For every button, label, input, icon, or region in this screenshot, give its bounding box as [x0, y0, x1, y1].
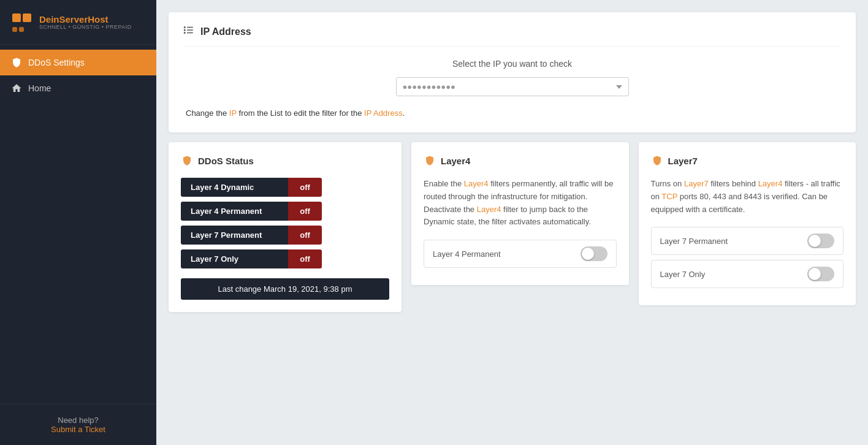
note-text-end: . — [403, 108, 405, 118]
svg-point-5 — [185, 32, 186, 34]
layer7-section-header: Layer7 — [651, 154, 844, 167]
logo-icon — [10, 11, 33, 34]
status-label-3: Layer 7 Only — [181, 249, 288, 268]
status-row-3: Layer 7 Only off — [181, 249, 389, 268]
layer7-only-toggle[interactable] — [807, 267, 834, 281]
sidebar-item-ddos-label: DDoS Settings — [28, 58, 85, 67]
sidebar-nav: DDoS Settings Home — [0, 45, 156, 404]
status-badge-1: off — [288, 202, 322, 221]
layer4-card: Layer4 Enable the Layer4 filters permane… — [411, 142, 629, 285]
logo-text: DeinServerHost SCHNELL • GÜNSTIG • PREPA… — [39, 15, 132, 31]
ip-card-header: IP Address — [183, 25, 841, 47]
layer7-desc-hl1: Layer7 — [684, 179, 709, 188]
status-row-1: Layer 4 Permanent off — [181, 202, 389, 221]
status-label-1: Layer 4 Permanent — [181, 202, 288, 221]
logo-subtitle: SCHNELL • GÜNSTIG • PREPAID — [39, 25, 132, 31]
layer7-only-label: Layer 7 Only — [660, 270, 706, 279]
layer4-permanent-toggle[interactable] — [581, 246, 607, 261]
layer4-section-title: Layer4 — [441, 156, 470, 166]
sidebar-footer: Need help? Submit a Ticket — [0, 404, 156, 445]
logo-name: DeinServerHost — [39, 15, 132, 25]
logo-square-3 — [12, 27, 17, 32]
layer7-description: Turns on Layer7 filters behind Layer4 fi… — [651, 178, 844, 216]
layer7-desc-hl3: TCP — [661, 192, 677, 201]
help-text: Need help? — [10, 416, 147, 425]
shield-icon — [11, 57, 22, 68]
note-hl-ip2: IP Address — [364, 108, 403, 118]
layer4-section-header: Layer4 — [424, 154, 617, 167]
submit-ticket-link[interactable]: Submit a Ticket — [51, 425, 105, 434]
ddos-status-card: DDoS Status Layer 4 Dynamic off Layer 4 … — [169, 142, 402, 312]
layer7-shield-icon — [651, 154, 663, 167]
status-shield-icon — [181, 154, 193, 167]
status-label-2: Layer 7 Permanent — [181, 226, 288, 245]
layer4-desc-hl2: Layer4 — [477, 205, 501, 214]
logo-name-part2: ServerHost — [59, 14, 108, 25]
logo-square-1 — [12, 13, 21, 22]
sidebar-logo: DeinServerHost SCHNELL • GÜNSTIG • PREPA… — [0, 0, 156, 45]
layer7-permanent-label: Layer 7 Permanent — [660, 237, 728, 246]
home-icon — [11, 83, 22, 94]
svg-point-4 — [185, 29, 186, 31]
note-hl-ip: IP — [229, 108, 237, 118]
sidebar: DeinServerHost SCHNELL • GÜNSTIG • PREPA… — [0, 0, 156, 445]
layer7-card: Layer7 Turns on Layer7 filters behind La… — [639, 142, 856, 305]
layer4-description: Enable the Layer4 filters permanently, a… — [424, 178, 617, 229]
status-rows: Layer 4 Dynamic off Layer 4 Permanent of… — [181, 178, 389, 300]
status-badge-2: off — [288, 226, 322, 245]
logo-name-part1: Dein — [39, 14, 59, 25]
layer7-desc-hl2: Layer4 — [758, 179, 783, 188]
logo-square-4 — [19, 27, 24, 32]
last-change: Last change March 19, 2021, 9:38 pm — [181, 278, 389, 300]
bottom-row: DDoS Status Layer 4 Dynamic off Layer 4 … — [169, 142, 856, 312]
layer7-section-title: Layer7 — [668, 156, 698, 166]
note-text-1: Change the — [186, 108, 229, 118]
status-section-header: DDoS Status — [181, 154, 389, 167]
sidebar-item-home-label: Home — [28, 83, 51, 93]
status-badge-3: off — [288, 249, 322, 268]
status-row-2: Layer 7 Permanent off — [181, 226, 389, 245]
note-text-2: from the List to edit the filter for the — [237, 108, 364, 118]
status-label-0: Layer 4 Dynamic — [181, 178, 288, 197]
layer7-permanent-toggle[interactable] — [807, 234, 834, 248]
layer4-desc-hl1: Layer4 — [464, 179, 489, 188]
sidebar-item-home[interactable]: Home — [0, 75, 156, 101]
ip-change-note: Change the IP from the List to edit the … — [183, 108, 841, 118]
ip-card-title: IP Address — [200, 26, 251, 37]
logo-square-2 — [23, 13, 31, 22]
svg-point-3 — [185, 27, 186, 28]
ip-select[interactable]: ●●●●●●●●●●● — [396, 77, 629, 96]
status-section-title: DDoS Status — [198, 156, 254, 166]
ip-select-wrapper: ●●●●●●●●●●● — [183, 77, 841, 96]
main-content: IP Address Select the IP you want to che… — [156, 0, 868, 445]
list-icon — [183, 25, 194, 39]
sidebar-item-ddos-settings[interactable]: DDoS Settings — [0, 50, 156, 75]
ip-address-card: IP Address Select the IP you want to che… — [169, 12, 856, 132]
layer4-permanent-toggle-row: Layer 4 Permanent — [424, 240, 617, 268]
layer7-permanent-toggle-row: Layer 7 Permanent — [651, 227, 844, 255]
ip-select-label: Select the IP you want to check — [183, 59, 841, 69]
layer4-permanent-label: Layer 4 Permanent — [433, 249, 501, 259]
status-badge-0: off — [288, 178, 322, 197]
layer7-only-toggle-row: Layer 7 Only — [651, 260, 844, 288]
status-row-0: Layer 4 Dynamic off — [181, 178, 389, 197]
layer4-shield-icon — [424, 154, 436, 167]
